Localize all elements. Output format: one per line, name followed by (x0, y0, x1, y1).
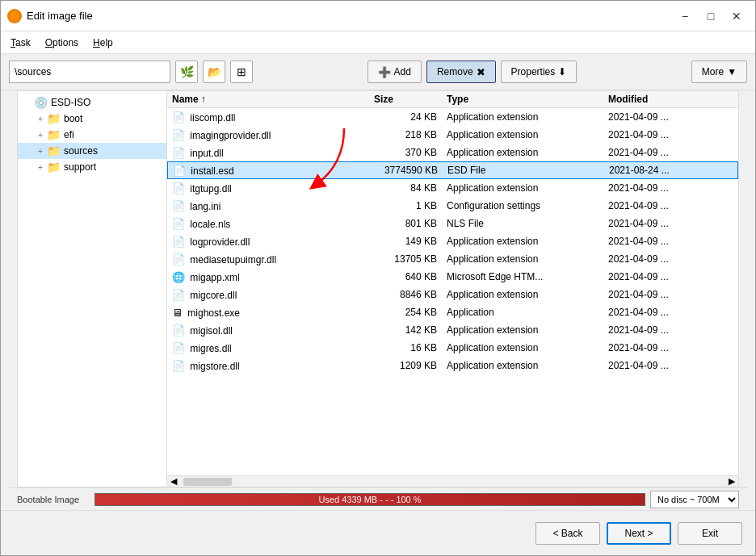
grid-view-button[interactable]: ⊞ (230, 61, 253, 83)
path-input[interactable] (9, 61, 170, 83)
file-modified-cell: 2021-08-24 ... (604, 164, 737, 177)
main-content: 💿 ESD-ISO + 📁 boot + 📁 efi + 📁 sources (17, 90, 739, 487)
table-row[interactable]: 📄 imagingprovider.dll 218 KB Application… (167, 126, 738, 144)
status-bar: Bootable Image Used 4339 MB - - - 100 % … (9, 487, 747, 510)
folder-icon-efi: 📁 (47, 128, 61, 141)
table-row[interactable]: 📄 migisol.dll 142 KB Application extensi… (167, 321, 738, 339)
file-name-cell: 📄 input.dll (167, 146, 369, 160)
table-row[interactable]: 🖥 mighost.exe 254 KB Application 2021-04… (167, 303, 738, 321)
app-icon (7, 9, 22, 23)
remove-button[interactable]: Remove ✖ (426, 61, 496, 83)
table-row[interactable]: 📄 iiscomp.dll 24 KB Application extensio… (167, 108, 738, 126)
file-type-cell: Application extension (442, 182, 603, 194)
browse-folder-button[interactable]: 🌿 (175, 61, 198, 83)
file-icon: 📄 (172, 200, 185, 212)
col-header-name[interactable]: Name ↑ (167, 94, 369, 105)
menu-bar: Task Options Help (1, 31, 755, 54)
file-name-cell: 📄 logprovider.dll (167, 235, 369, 249)
toggle-boot: + (34, 115, 47, 123)
file-size-cell: 3774590 KB (370, 164, 443, 177)
menu-options[interactable]: Options (39, 35, 85, 51)
file-name-cell: 📄 itgtupg.dll (167, 182, 369, 195)
file-name-cell: 📄 migisol.dll (167, 324, 369, 337)
file-size-cell: 24 KB (369, 111, 442, 123)
file-type-cell: Application extension (442, 111, 603, 123)
file-name-cell: 🖥 mighost.exe (167, 306, 369, 320)
file-size-cell: 1209 KB (369, 359, 442, 372)
file-size-cell: 16 KB (369, 341, 442, 354)
file-name-cell: 📄 iiscomp.dll (167, 111, 369, 124)
file-panel: Name ↑ Size Type Modified (167, 91, 738, 487)
status-label: Bootable Image (17, 495, 90, 504)
file-size-cell: 370 KB (369, 146, 442, 159)
file-size-cell: 1 KB (369, 199, 442, 212)
file-modified-cell: 2021-04-09 ... (603, 306, 738, 319)
file-header: Name ↑ Size Type Modified (167, 91, 738, 108)
close-button[interactable]: ✕ (724, 5, 749, 27)
tree-item-boot[interactable]: + 📁 boot (18, 111, 166, 127)
minimize-button[interactable]: − (673, 5, 697, 27)
next-button[interactable]: Next > (607, 522, 671, 545)
table-row[interactable]: 🌐 migapp.xml 640 KB Microsoft Edge HTM..… (167, 268, 738, 286)
file-name-cell: 📄 mediasetupuimgr.dll (167, 253, 369, 266)
col-header-size[interactable]: Size (369, 94, 442, 105)
table-row[interactable]: 📄 migcore.dll 8846 KB Application extens… (167, 286, 738, 303)
table-row[interactable]: 📄 locale.nls 801 KB NLS File 2021-04-09 … (167, 215, 738, 232)
tree-item-efi[interactable]: + 📁 efi (18, 127, 166, 143)
file-type-cell: Application extension (442, 341, 603, 354)
exit-button[interactable]: Exit (678, 522, 742, 545)
file-name-cell: 📄 migcore.dll (167, 288, 369, 302)
menu-task[interactable]: Task (4, 35, 37, 51)
add-button[interactable]: ➕ Add (368, 61, 422, 83)
table-row[interactable]: 📄 migres.dll 16 KB Application extension… (167, 339, 738, 357)
col-header-type[interactable]: Type (442, 94, 603, 105)
file-type-cell: Application extension (442, 146, 603, 159)
properties-button[interactable]: Properties ⬇ (501, 61, 578, 83)
file-modified-cell: 2021-04-09 ... (603, 111, 738, 123)
file-icon: 📄 (172, 324, 185, 337)
table-row[interactable]: 📄 itgtupg.dll 84 KB Application extensio… (167, 179, 738, 197)
scroll-right-button[interactable]: ▶ (725, 476, 738, 487)
disc-selector[interactable]: No disc ~ 700M (650, 491, 739, 508)
file-type-cell: Application (442, 306, 603, 319)
back-button[interactable]: < Back (536, 522, 600, 545)
file-modified-cell: 2021-04-09 ... (603, 128, 738, 141)
maximize-button[interactable]: □ (699, 5, 723, 27)
menu-help[interactable]: Help (86, 35, 120, 51)
more-button[interactable]: More ▼ (691, 61, 747, 83)
file-size-cell: 801 KB (369, 217, 442, 230)
file-modified-cell: 2021-04-09 ... (603, 324, 738, 337)
file-type-cell: Microsoft Edge HTM... (442, 270, 603, 283)
file-name-cell: 🌐 migapp.xml (167, 270, 369, 284)
folder-icon-sources: 📁 (47, 144, 61, 157)
file-modified-cell: 2021-04-09 ... (603, 359, 738, 372)
file-modified-cell: 2021-04-09 ... (603, 253, 738, 265)
scroll-thumb[interactable] (183, 478, 232, 486)
table-row[interactable]: 📄 lang.ini 1 KB Configuration settings 2… (167, 197, 738, 215)
file-modified-cell: 2021-04-09 ... (603, 217, 738, 230)
table-row[interactable]: 📄 install.esd 3774590 KB ESD File 2021-0… (167, 161, 738, 179)
bottom-bar: < Back Next > Exit (1, 510, 755, 555)
folder-icon-boot: 📁 (47, 112, 61, 125)
file-modified-cell: 2021-04-09 ... (603, 288, 738, 301)
col-header-modified[interactable]: Modified (603, 94, 738, 105)
file-type-cell: Application extension (442, 128, 603, 141)
parent-folder-button[interactable]: 📂 (203, 61, 225, 83)
file-icon: 📄 (172, 236, 185, 248)
file-icon: 🌐 (172, 271, 185, 283)
remove-icon: ✖ (477, 66, 485, 78)
file-type-cell: Application extension (442, 324, 603, 337)
tree-item-sources[interactable]: + 📁 sources (18, 143, 166, 159)
file-modified-cell: 2021-04-09 ... (603, 270, 738, 283)
table-row[interactable]: 📄 migstore.dll 1209 KB Application exten… (167, 357, 738, 374)
table-row[interactable]: 📄 input.dll 370 KB Application extension… (167, 144, 738, 161)
horizontal-scrollbar[interactable]: ◀ ▶ (167, 475, 738, 487)
tree-item-esd-iso[interactable]: 💿 ESD-ISO (18, 94, 166, 111)
table-row[interactable]: 📄 logprovider.dll 149 KB Application ext… (167, 232, 738, 250)
scroll-left-button[interactable]: ◀ (167, 476, 180, 487)
table-row[interactable]: 📄 mediasetupuimgr.dll 13705 KB Applicati… (167, 250, 738, 268)
tree-panel: 💿 ESD-ISO + 📁 boot + 📁 efi + 📁 sources (18, 91, 167, 487)
folder-icon-support: 📁 (47, 161, 61, 173)
toggle-efi: + (34, 131, 47, 140)
tree-item-support[interactable]: + 📁 support (18, 159, 166, 175)
